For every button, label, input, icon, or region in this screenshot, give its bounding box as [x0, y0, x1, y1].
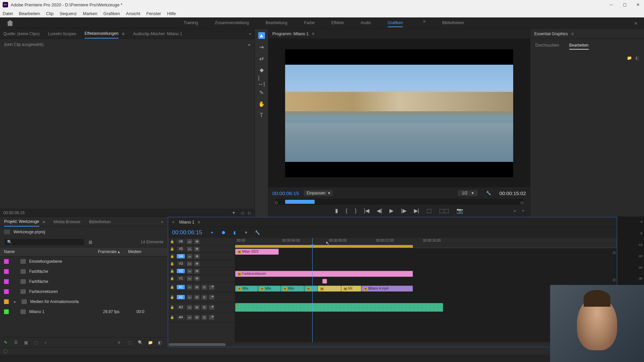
track-header-v4[interactable]: 🔒 V4 ▭ 👁 — [168, 253, 235, 260]
column-media[interactable]: Medien — [128, 249, 163, 254]
lock-icon[interactable]: 🔒 — [170, 305, 175, 309]
tab-libraries[interactable]: Bibliotheken — [89, 218, 111, 226]
menu-file[interactable]: Datei — [3, 11, 13, 16]
find-icon[interactable]: ⬚ — [128, 340, 133, 345]
selection-tool-icon[interactable]: ▲ — [258, 32, 265, 39]
extract-icon[interactable]: ⬚⬚ — [439, 207, 449, 214]
step-forward-icon[interactable]: ▷ — [248, 210, 251, 215]
playhead[interactable] — [312, 238, 313, 342]
track-select-tool-icon[interactable]: ⇥ — [258, 44, 265, 50]
toggle-output-icon[interactable]: ▭ — [187, 239, 192, 244]
track-header-a1[interactable]: 🔒 A1 ▭ M S 🎤 — [168, 282, 235, 292]
step-back-icon[interactable]: ◁ — [240, 210, 244, 215]
tab-edit[interactable]: Bearbeiten — [569, 42, 589, 50]
solo-button[interactable]: S — [202, 305, 207, 310]
timeline-timecode[interactable]: 00:00:06:15 — [172, 229, 202, 236]
minimize-button[interactable]: ─ — [608, 1, 614, 8]
tab-browse[interactable]: Durchsuchen — [535, 42, 559, 50]
menu-markers[interactable]: Marken — [83, 11, 97, 16]
program-video-frame[interactable] — [285, 49, 513, 177]
mute-button[interactable]: M — [194, 315, 200, 320]
resolution-select[interactable]: 1/2▾ — [458, 190, 478, 196]
voice-over-icon[interactable]: 🎤 — [209, 295, 214, 300]
razor-tool-icon[interactable]: ◆ — [258, 66, 265, 73]
track-v3-lane[interactable]: fxFarbkorrekturen — [235, 270, 617, 278]
track-v2-lane[interactable] — [235, 278, 617, 285]
mute-button[interactable]: M — [194, 305, 200, 310]
type-tool-icon[interactable]: T — [258, 112, 265, 119]
panel-overflow-icon[interactable]: » — [249, 32, 251, 36]
panel-menu-icon[interactable]: ≡ — [122, 31, 124, 37]
snap-icon[interactable]: ✦ — [209, 230, 215, 236]
go-to-out-icon[interactable]: ▶| — [414, 207, 419, 214]
toggle-output-icon[interactable]: ▭ — [187, 261, 192, 266]
project-search-input[interactable]: 🔍 — [4, 238, 85, 246]
mute-button[interactable]: M — [194, 285, 200, 290]
program-current-timecode[interactable]: 00:00:06:15 — [272, 190, 299, 196]
toggle-sync-lock-icon[interactable]: 👁 — [194, 254, 200, 259]
new-layer-icon[interactable]: ◧ — [635, 56, 639, 60]
solo-button[interactable]: S — [202, 285, 207, 290]
track-label[interactable]: V5 — [177, 247, 185, 251]
step-back-icon[interactable]: ◀| — [377, 207, 382, 214]
home-icon[interactable] — [7, 20, 13, 26]
toggle-output-icon[interactable]: ▭ — [187, 285, 192, 290]
tab-source[interactable]: Quelle: (keine Clips) — [3, 29, 40, 38]
slip-tool-icon[interactable]: |↔| — [258, 78, 265, 84]
track-v5-lane[interactable] — [235, 255, 617, 263]
transport-overflow-icon[interactable]: » — [514, 208, 516, 213]
workspace-tab-effects[interactable]: Effekte — [331, 19, 344, 27]
track-label[interactable]: V4 — [177, 254, 185, 258]
audio-clip[interactable]: fx — [235, 303, 443, 312]
track-header-v6[interactable]: 🔒 V6 ▭ 👁 — [168, 238, 235, 245]
close-sequence-icon[interactable]: × — [172, 220, 174, 225]
column-framerate[interactable]: Framerate ▴ — [98, 249, 128, 254]
track-header-a2[interactable]: 🔒 A2 ▭ M S 🎤 — [168, 292, 235, 302]
track-label[interactable]: A3 — [177, 305, 185, 309]
automate-sequence-icon[interactable]: ≡ — [118, 340, 123, 345]
folder-icon[interactable]: 📁 — [627, 56, 632, 60]
zoom-handle-icon[interactable] — [613, 251, 615, 254]
menu-edit[interactable]: Bearbeiten — [19, 11, 40, 16]
video-clip[interactable]: fxMila — [235, 286, 258, 292]
clip-marker[interactable] — [322, 279, 327, 284]
tab-lumetri-scopes[interactable]: Lumetri-Scopes — [48, 29, 76, 38]
video-clip[interactable]: fxMila — [258, 286, 281, 292]
freeform-view-icon[interactable]: ⬚ — [34, 340, 40, 345]
clip-adjustment[interactable]: fxFarbkorrekturen — [235, 271, 413, 277]
project-item[interactable]: Einstellungsebene — [0, 256, 167, 266]
lock-icon[interactable]: 🔒 — [170, 277, 175, 280]
menu-view[interactable]: Ansicht — [126, 11, 140, 16]
menu-sequence[interactable]: Sequenz — [60, 11, 77, 16]
toggle-sync-lock-icon[interactable]: 👁 — [194, 261, 200, 266]
linked-selection-icon[interactable]: ⬢ — [220, 230, 226, 236]
track-label[interactable]: A1 — [177, 285, 185, 289]
panel-menu-icon[interactable]: ≡ — [43, 219, 45, 225]
panel-menu-icon[interactable]: ≡ — [198, 220, 200, 225]
toggle-output-icon[interactable]: ▭ — [187, 305, 192, 310]
toggle-sync-lock-icon[interactable]: 👁 — [194, 239, 200, 244]
workspace-tab-graphics[interactable]: Grafiken — [388, 19, 403, 27]
workspace-menu-icon[interactable]: ≡ — [423, 19, 425, 27]
toggle-sync-lock-icon[interactable]: 👁 — [194, 269, 200, 274]
timeline-settings-icon[interactable]: ▼ — [243, 230, 249, 236]
video-clip[interactable]: fx — [304, 286, 318, 292]
new-folder-icon[interactable]: 📁 — [148, 340, 153, 345]
program-scrubber[interactable] — [275, 199, 523, 205]
button-editor-icon[interactable]: + — [522, 208, 524, 213]
work-area-bar[interactable] — [235, 245, 413, 248]
pen-tool-icon[interactable]: ✎ — [258, 89, 265, 96]
toggle-sync-lock-icon[interactable]: 👁 — [194, 247, 200, 251]
workspace-tab-audio[interactable]: Audio — [361, 19, 371, 27]
list-view-icon[interactable]: ☰ — [14, 340, 19, 345]
play-icon[interactable]: ▶ — [389, 207, 393, 214]
track-header-v2[interactable]: 🔒 V2 ▭ 👁 — [168, 267, 235, 275]
menu-clip[interactable]: Clip — [46, 11, 53, 16]
lock-icon[interactable]: 🔒 — [170, 295, 175, 299]
track-label[interactable]: A4 — [177, 315, 185, 319]
new-bin-icon[interactable]: 🔍 — [138, 340, 143, 345]
timeline-horizontal-scroll[interactable] — [168, 342, 617, 347]
maximize-button[interactable]: ▢ — [621, 1, 628, 8]
close-button[interactable]: ✕ — [635, 1, 641, 8]
lock-icon[interactable]: 🔒 — [170, 262, 175, 265]
